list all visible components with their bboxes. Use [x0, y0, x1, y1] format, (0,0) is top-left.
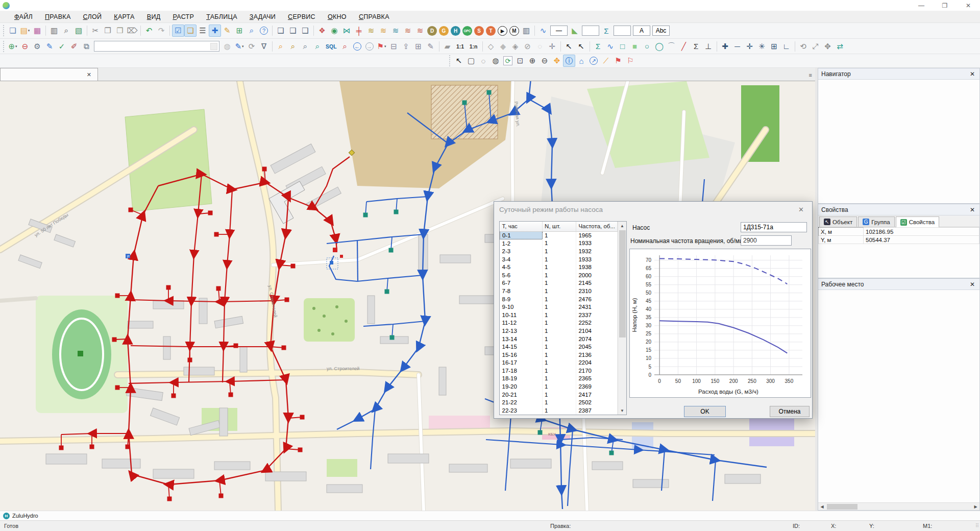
menu-2[interactable]: СЛОЙ — [78, 12, 107, 22]
table-row[interactable]: 16-1712204 — [500, 359, 618, 367]
flag-remove-tool-icon[interactable]: ⚐ — [624, 55, 636, 67]
scale-one-to-n[interactable]: 1:n — [467, 40, 480, 53]
filter-icon[interactable]: ∇ — [258, 40, 270, 53]
table-row[interactable]: 11-1212252 — [500, 319, 618, 327]
sigma-tool-icon[interactable]: Σ — [690, 40, 702, 53]
table-row[interactable]: 3-411933 — [500, 255, 618, 263]
property-row[interactable]: Y, м50544.37 — [819, 236, 979, 244]
tab-close-icon[interactable]: ✕ — [85, 71, 93, 79]
table-row[interactable]: 13-1412074 — [500, 335, 618, 343]
print-layer-icon[interactable]: ❑ — [299, 25, 311, 37]
polyline-tool-icon[interactable]: ∿ — [604, 40, 617, 53]
delete-icon[interactable]: ⌦ — [126, 25, 138, 37]
polygon-filled-icon[interactable]: ◆ — [497, 40, 509, 53]
dialog-titlebar[interactable]: Суточный режим работы насоса ✕ — [494, 202, 812, 217]
open-map-icon[interactable]: ▤▾ — [19, 25, 31, 37]
polygon-outline-icon[interactable]: ◇ — [485, 40, 497, 53]
import-layer-icon[interactable]: ❑ — [287, 25, 299, 37]
clear-selection-icon[interactable]: ◍ — [221, 40, 233, 53]
polygon-excluded-icon[interactable]: ⊘ — [522, 40, 534, 53]
select-rect-tool-icon[interactable]: ▢ — [465, 55, 477, 67]
table-row[interactable]: 18-1912365 — [500, 375, 618, 383]
pump-name-field[interactable]: 1Д315-71а — [741, 222, 807, 232]
column-header[interactable]: N, шт. — [543, 222, 576, 231]
font-picker[interactable]: A — [633, 26, 650, 36]
properties-close-icon[interactable]: ✕ — [968, 206, 976, 213]
close-button[interactable]: ✕ — [957, 0, 980, 11]
ellipse-tool-icon[interactable]: ◯ — [653, 40, 666, 53]
layer-contents-icon[interactable]: ❏ — [184, 25, 197, 37]
resize-tool-icon[interactable]: ⤢ — [810, 40, 822, 53]
export-image-icon[interactable]: ▧ — [72, 25, 85, 37]
label-style-picker[interactable]: Abc — [652, 26, 670, 36]
menu-5[interactable]: РАСТР — [167, 12, 199, 22]
nav-forward-icon[interactable]: → — [363, 40, 376, 53]
menu-4[interactable]: ВИД — [142, 12, 166, 22]
move-tool-icon[interactable]: ✥ — [822, 40, 834, 53]
table-row[interactable]: 10-1112337 — [500, 311, 618, 319]
table-row[interactable]: 20-2112417 — [500, 391, 618, 399]
goto-tool-icon[interactable]: ↗ — [587, 55, 600, 67]
badge-s-icon[interactable]: S — [474, 26, 484, 36]
resize-grip[interactable]: ⠿ — [975, 523, 979, 528]
print-icon[interactable]: ▥ — [48, 25, 60, 37]
refresh-map-icon[interactable]: ⟳ — [502, 55, 514, 67]
zoom-in-tool-icon[interactable]: ⊕ — [526, 55, 538, 67]
requery-icon[interactable]: ⟳ — [246, 40, 258, 53]
add-point-icon[interactable]: ✛ — [546, 40, 558, 53]
profile-s-icon[interactable]: ≋ — [414, 25, 426, 37]
workspace-body[interactable]: ◀ ▶ — [818, 290, 979, 510]
rect-filled-tool-icon[interactable]: ■ — [629, 40, 641, 53]
measure-tool-icon[interactable]: ⟋ — [600, 55, 612, 67]
line-symbol-icon[interactable]: ∿ — [537, 25, 549, 37]
node-tool-icon[interactable]: ╪ — [353, 25, 365, 37]
zoom-out-tool-icon[interactable]: ⊖ — [538, 55, 551, 67]
scroll-up-icon[interactable]: ▲ — [618, 222, 626, 230]
badge-d-icon[interactable]: D — [427, 26, 437, 36]
polygon-disabled-icon[interactable]: ◌ — [534, 40, 546, 53]
table-row[interactable]: 15-1612136 — [500, 351, 618, 359]
select-cursor-icon[interactable]: ↖ — [563, 40, 575, 53]
table-row[interactable]: 8-912476 — [500, 295, 618, 303]
profile-t-icon[interactable]: ≋ — [402, 25, 414, 37]
table-row[interactable]: 14-1512045 — [500, 343, 618, 351]
fill-symbol-icon[interactable]: ◣ — [569, 25, 581, 37]
circle-tool-icon[interactable]: ○ — [641, 40, 653, 53]
find-linked-icon[interactable]: ⌕ — [311, 40, 324, 53]
layer-save-icon[interactable]: ✓ — [56, 40, 68, 53]
bookmarks-icon[interactable]: ⚑▾ — [376, 40, 388, 53]
full-extent-icon[interactable]: ⊡ — [514, 55, 526, 67]
text-symbol-icon[interactable]: Σ — [600, 25, 612, 37]
pump-schedule-table[interactable]: Т, часN, шт.Частота, об...0-1119651-2119… — [500, 222, 618, 415]
selected-node[interactable] — [330, 261, 333, 264]
help-icon[interactable]: ? — [258, 25, 270, 37]
table-row[interactable]: 1-211933 — [500, 239, 618, 248]
badge-g-icon[interactable]: G — [439, 26, 449, 36]
sum-tool-icon[interactable]: Σ — [592, 40, 604, 53]
copy-icon[interactable]: ❐ — [102, 25, 114, 37]
properties-tab-2[interactable]: ☑Свойства — [896, 216, 940, 227]
menu-7[interactable]: ЗАДАЧИ — [244, 12, 281, 22]
palette-icon[interactable]: ❖ — [316, 25, 328, 37]
select-circle-tool-icon[interactable]: ◌ — [477, 55, 489, 67]
badge-opc-icon[interactable]: OPC — [462, 26, 472, 36]
flag-tool-icon[interactable]: ⚑ — [612, 55, 624, 67]
rotate-tool-icon[interactable]: ⟲ — [797, 40, 810, 53]
layers-dialog-icon[interactable]: ☑ — [172, 25, 184, 37]
info-tool-icon[interactable]: ⓘ — [563, 55, 575, 67]
minimize-button[interactable]: — — [910, 0, 933, 11]
find-address-icon[interactable]: ⌕ — [339, 40, 351, 53]
menu-6[interactable]: ТАБЛИЦА — [201, 12, 242, 22]
properties-tab-0[interactable]: ↖Объект — [819, 216, 857, 227]
select-lasso-tool-icon[interactable]: ◍ — [489, 55, 502, 67]
restore-button[interactable]: ❐ — [933, 0, 957, 11]
export-layer-icon[interactable]: ❑ — [275, 25, 287, 37]
table-row[interactable]: 6-712145 — [500, 279, 618, 287]
line-tool-icon[interactable]: ╱ — [678, 40, 690, 53]
layer-properties-icon[interactable]: ⚙ — [31, 40, 43, 53]
redo-icon[interactable]: ↷ — [155, 25, 167, 37]
arc-tool-icon[interactable]: ⌒ — [666, 40, 678, 53]
text-style-picker[interactable] — [614, 26, 631, 36]
print-preview-icon[interactable]: ⌕ — [60, 25, 72, 37]
find-database-icon[interactable]: ⌕ — [287, 40, 299, 53]
